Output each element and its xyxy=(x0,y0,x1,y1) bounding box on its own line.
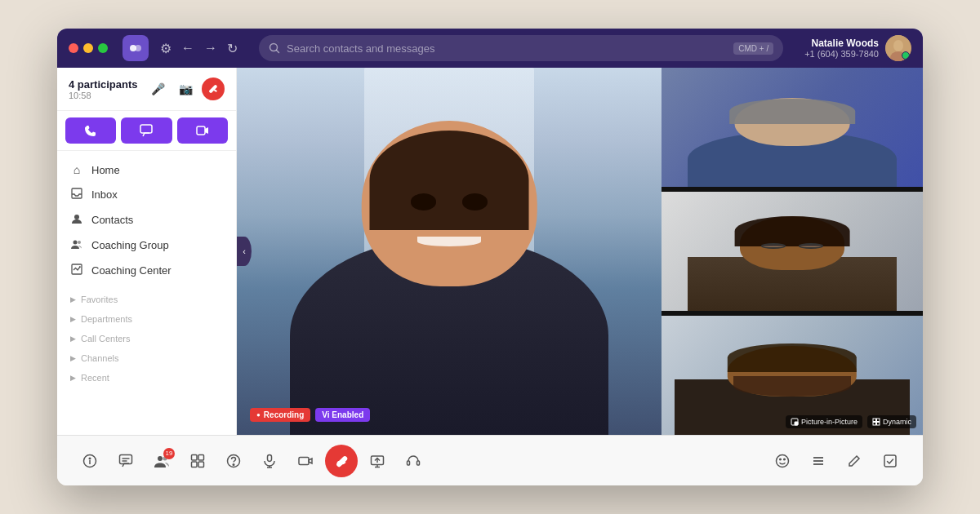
help-button[interactable] xyxy=(217,445,250,477)
dynamic-badge: Dynamic xyxy=(867,415,916,428)
nav-item-coaching-center[interactable]: Coaching Center xyxy=(57,258,236,283)
microphone-button[interactable] xyxy=(253,445,286,477)
sidebar: 4 participants 10:58 🎤 📷 xyxy=(57,68,237,435)
nav-label-coaching-group: Coaching Group xyxy=(91,239,169,251)
camera-button[interactable]: 📷 xyxy=(174,78,197,100)
favorites-arrow: ▶ xyxy=(70,295,76,304)
nav-section-call-centers[interactable]: ▶ Call Centers xyxy=(57,329,236,348)
svg-point-46 xyxy=(777,454,789,467)
nav-section-channels-label: Channels xyxy=(81,353,118,363)
contacts-icon xyxy=(70,213,83,227)
svg-point-27 xyxy=(158,456,163,461)
nav-section-channels[interactable]: ▶ Channels xyxy=(57,348,236,368)
user-name: Natalie Woods xyxy=(804,38,879,49)
edit-button[interactable] xyxy=(838,445,871,477)
avatar xyxy=(885,35,911,61)
nav-item-coaching-group[interactable]: Coaching Group xyxy=(57,233,236,258)
maximize-button[interactable] xyxy=(98,43,108,53)
back-icon[interactable]: ← xyxy=(181,41,194,55)
camera-toggle-button[interactable] xyxy=(289,445,322,477)
svg-rect-52 xyxy=(884,455,896,467)
nav-label-inbox: Inbox xyxy=(91,188,118,201)
nav-section-favorites-label: Favorites xyxy=(81,295,118,304)
layout-button[interactable] xyxy=(181,445,214,477)
tasks-button[interactable] xyxy=(874,445,906,477)
call-time: 10:58 xyxy=(69,91,138,100)
main-content: 4 participants 10:58 🎤 📷 xyxy=(57,68,923,435)
pip-badge: Picture-in-Picture xyxy=(786,415,862,428)
refresh-icon[interactable]: ↻ xyxy=(227,41,238,56)
search-bar[interactable]: CMD + / xyxy=(259,35,783,61)
nav-section-recent[interactable]: ▶ Recent xyxy=(57,368,236,388)
svg-rect-18 xyxy=(876,419,880,422)
info-button[interactable] xyxy=(74,445,106,477)
svg-line-3 xyxy=(277,51,279,53)
participant-video-1 xyxy=(662,68,923,187)
svg-point-34 xyxy=(233,463,234,465)
nav-item-contacts[interactable]: Contacts xyxy=(57,207,236,233)
app-logo xyxy=(122,35,149,61)
action-tabs xyxy=(57,111,236,151)
video-tab[interactable] xyxy=(177,117,228,144)
video-grid: Recording Vi Enabled xyxy=(237,68,923,435)
forward-icon[interactable]: → xyxy=(204,41,217,55)
nav-label-coaching-center: Coaching Center xyxy=(91,264,172,277)
close-button[interactable] xyxy=(69,43,78,53)
nav-section-favorites[interactable]: ▶ Favorites xyxy=(57,290,236,309)
svg-rect-38 xyxy=(299,457,309,464)
svg-rect-30 xyxy=(198,454,204,460)
screen-share-button[interactable] xyxy=(361,445,394,477)
svg-rect-10 xyxy=(72,188,82,198)
svg-rect-17 xyxy=(873,419,876,422)
chat-button[interactable] xyxy=(109,445,142,477)
nav-label-home: Home xyxy=(91,164,120,176)
main-speaker-video: Recording Vi Enabled xyxy=(237,68,662,435)
participants-count: 4 participants xyxy=(69,78,138,91)
nav-item-home[interactable]: ⌂ Home xyxy=(57,157,236,182)
end-call-small-button[interactable] xyxy=(202,78,225,100)
svg-point-11 xyxy=(74,215,79,219)
call-controls: 🎤 📷 xyxy=(146,78,225,100)
svg-rect-7 xyxy=(208,84,217,93)
participant-video-3: Picture-in-Picture Dynamic xyxy=(662,316,923,435)
nav-section-departments[interactable]: ▶ Departments xyxy=(57,309,236,329)
departments-arrow: ▶ xyxy=(70,315,76,323)
chat-tab[interactable] xyxy=(121,117,172,144)
search-input[interactable] xyxy=(287,42,727,55)
recording-badge-container: Recording Vi Enabled xyxy=(250,408,370,422)
titlebar-icons: ⚙ ← → ↻ xyxy=(160,41,238,56)
settings-icon[interactable]: ⚙ xyxy=(160,41,172,56)
end-call-button[interactable] xyxy=(325,445,358,477)
nav-section-recent-label: Recent xyxy=(81,373,109,383)
lines-button[interactable] xyxy=(802,445,835,477)
emoji-button[interactable] xyxy=(766,445,799,477)
vi-badge: Vi Enabled xyxy=(315,408,370,422)
home-icon: ⌂ xyxy=(70,163,83,176)
svg-rect-24 xyxy=(120,454,132,463)
coaching-group-icon xyxy=(70,238,83,252)
collapse-sidebar-button[interactable]: ‹ xyxy=(237,237,252,266)
svg-rect-31 xyxy=(192,462,198,467)
svg-point-5 xyxy=(893,40,903,51)
audio-button[interactable] xyxy=(397,445,430,477)
participants-button[interactable]: 19 xyxy=(145,445,178,477)
svg-rect-29 xyxy=(192,454,198,460)
nav-item-inbox[interactable]: Inbox xyxy=(57,182,236,207)
svg-rect-44 xyxy=(408,461,410,465)
minimize-button[interactable] xyxy=(83,43,93,53)
phone-tab[interactable] xyxy=(65,117,116,144)
call-header: 4 participants 10:58 🎤 📷 xyxy=(57,68,236,111)
mute-button[interactable]: 🎤 xyxy=(146,78,169,100)
side-videos: Picture-in-Picture Dynamic xyxy=(662,68,923,435)
user-info: Natalie Woods +1 (604) 359-7840 xyxy=(804,35,911,61)
participants-badge: 19 xyxy=(163,448,175,459)
search-shortcut: CMD + / xyxy=(733,42,773,55)
titlebar: ⚙ ← → ↻ CMD + / Natalie Woods +1 (604) 3… xyxy=(57,29,923,68)
svg-rect-16 xyxy=(795,422,798,425)
recording-badge: Recording xyxy=(250,408,310,422)
svg-point-1 xyxy=(135,45,141,51)
video-container: ‹ xyxy=(237,68,923,435)
channels-arrow: ▶ xyxy=(70,354,76,362)
svg-rect-35 xyxy=(268,454,272,461)
bottom-toolbar: 19 xyxy=(57,435,923,485)
